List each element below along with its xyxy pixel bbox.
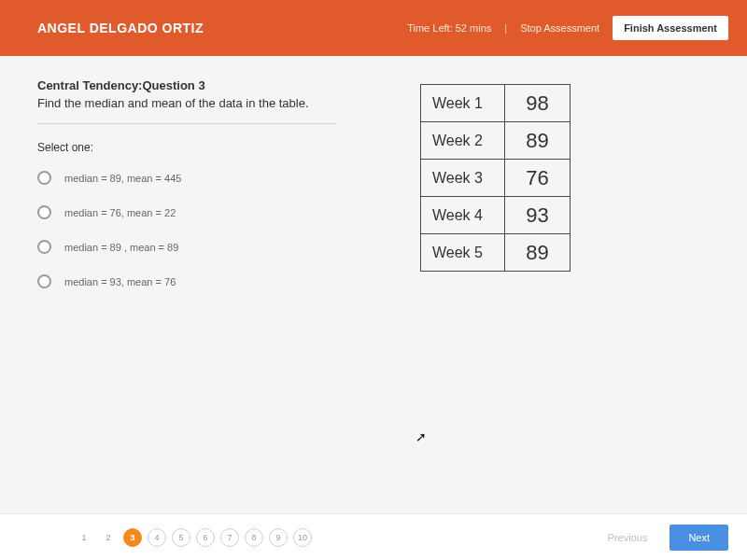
header-bar: ANGEL DELGADO ORTIZ Time Left: 52 mins |… [0,0,747,56]
answer-option-2[interactable]: median = 76, mean = 22 [37,205,392,219]
footer-bar: 1 2 3 4 5 6 7 8 9 10 Previous Next [0,513,747,560]
previous-button[interactable]: Previous [595,525,661,551]
content-area: Central Tendency:Question 3 Find the med… [0,56,747,513]
data-table-panel: Week 1 98 Week 2 89 Week 3 76 Week 4 93 … [420,78,571,504]
question-pager: 1 2 3 4 5 6 7 8 9 10 [75,528,312,547]
separator [37,123,336,124]
select-one-label: Select one: [37,141,392,154]
week-value: 89 [505,122,571,160]
table-row: Week 4 93 [421,197,571,234]
question-prompt: Find the median and mean of the data in … [37,96,392,110]
option-label: median = 89, mean = 445 [64,173,181,184]
answer-option-3[interactable]: median = 89 , mean = 89 [37,240,392,254]
page-number-4[interactable]: 4 [148,528,166,547]
app-viewport: ANGEL DELGADO ORTIZ Time Left: 52 mins |… [0,0,747,560]
week-label: Week 1 [421,85,505,122]
time-left: Time Left: 52 mins [407,22,491,34]
radio-icon [37,274,51,288]
week-label: Week 3 [421,160,505,197]
week-label: Week 5 [421,234,505,272]
finish-assessment-button[interactable]: Finish Assessment [613,16,728,40]
next-button[interactable]: Next [669,525,728,551]
stop-assessment-link[interactable]: Stop Assessment [520,22,599,34]
question-panel: Central Tendency:Question 3 Find the med… [37,78,392,504]
page-number-8[interactable]: 8 [245,528,263,547]
radio-icon [37,171,51,185]
week-label: Week 4 [421,197,505,234]
answer-option-4[interactable]: median = 93, mean = 76 [37,274,392,288]
student-name: ANGEL DELGADO ORTIZ [37,21,204,35]
page-number-3[interactable]: 3 [123,528,142,547]
week-value: 93 [505,197,571,234]
data-table: Week 1 98 Week 2 89 Week 3 76 Week 4 93 … [420,84,571,272]
table-row: Week 5 89 [421,234,571,272]
option-label: median = 89 , mean = 89 [64,242,178,253]
week-value: 98 [505,85,571,122]
page-number-5[interactable]: 5 [172,528,190,547]
header-divider: | [504,22,507,34]
option-label: median = 76, mean = 22 [64,207,176,218]
radio-icon [37,205,51,219]
page-number-7[interactable]: 7 [220,528,239,547]
page-number-10[interactable]: 10 [293,528,312,547]
radio-icon [37,240,51,254]
week-value: 89 [505,234,571,272]
answer-option-1[interactable]: median = 89, mean = 445 [37,171,392,185]
option-label: median = 93, mean = 76 [64,276,176,287]
time-left-label: Time Left: [407,22,456,34]
page-number-2[interactable]: 2 [99,528,118,547]
header-right: Time Left: 52 mins | Stop Assessment Fin… [407,16,728,40]
week-label: Week 2 [421,122,505,160]
page-number-6[interactable]: 6 [196,528,215,547]
table-row: Week 3 76 [421,160,571,197]
time-left-value: 52 mins [456,22,492,34]
question-title: Central Tendency:Question 3 [37,78,392,92]
nav-buttons: Previous Next [595,525,728,551]
page-number-1[interactable]: 1 [75,528,93,547]
week-value: 76 [505,160,571,197]
page-number-9[interactable]: 9 [269,528,288,547]
table-row: Week 1 98 [421,85,571,122]
table-row: Week 2 89 [421,122,571,160]
